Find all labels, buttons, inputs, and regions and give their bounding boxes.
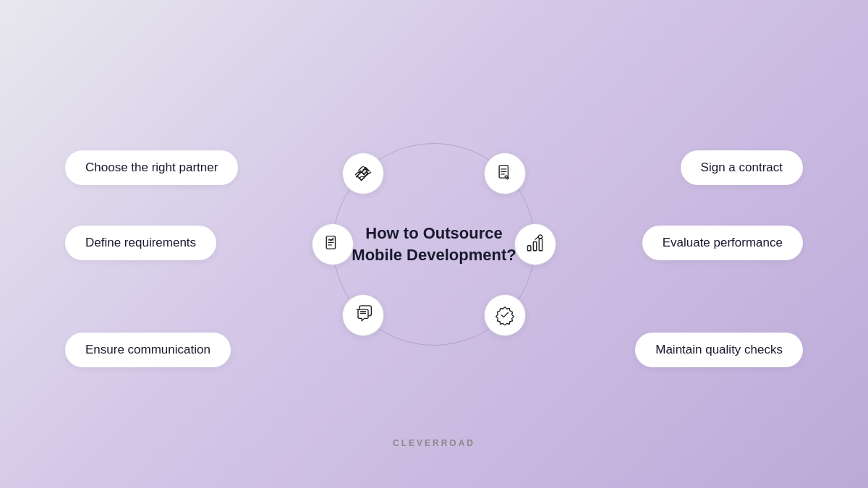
handshake-icon-node [342, 153, 384, 194]
contract-icon [495, 163, 515, 184]
svg-point-12 [538, 234, 542, 238]
label-sign: Sign a contract [681, 150, 803, 185]
performance-icon-node [514, 223, 556, 265]
brand-label: CLEVERROAD [393, 438, 475, 448]
handshake-icon-svg [353, 163, 373, 184]
label-ensure: Ensure communication [65, 333, 231, 367]
communication-icon [353, 305, 373, 325]
svg-rect-11 [539, 239, 542, 251]
communication-icon-node [342, 294, 384, 336]
label-choose: Choose the right partner [65, 150, 238, 185]
label-maintain: Maintain quality checks [635, 333, 803, 367]
label-define: Define requirements [65, 226, 216, 260]
quality-icon [495, 305, 515, 325]
diagram-container: How to OutsourceMobile Development? [36, 27, 832, 461]
label-evaluate: Evaluate performance [642, 226, 803, 260]
center-title: How to OutsourceMobile Development? [337, 208, 530, 280]
quality-icon-node [484, 294, 526, 336]
checklist-icon-node [312, 223, 354, 265]
svg-rect-9 [528, 245, 531, 250]
performance-icon [525, 234, 545, 254]
svg-rect-10 [533, 241, 536, 250]
contract-icon-node [484, 153, 526, 194]
checklist-icon [323, 234, 343, 254]
